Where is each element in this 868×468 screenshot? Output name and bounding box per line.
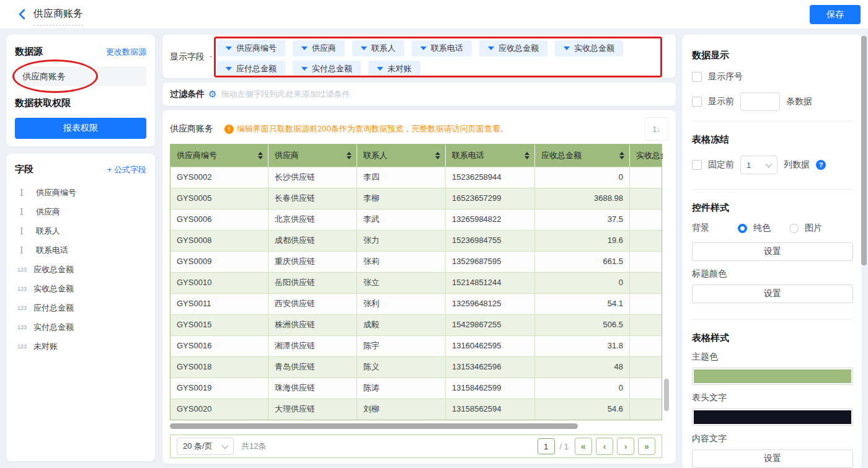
column-header[interactable]: 应收总金额 — [535, 144, 630, 167]
column-header-label: 联系电话 — [452, 150, 484, 161]
display-field-chips: 供应商编号供应商联系人联系电话应收总金额实收总金额应付总金额实付总金额未对账 — [217, 40, 661, 77]
table-cell: 15214851244 — [446, 273, 535, 293]
table-cell — [630, 315, 663, 335]
display-field-chip[interactable]: 应付总金额 — [217, 61, 285, 77]
back-icon[interactable] — [16, 8, 29, 20]
show-index-checkbox[interactable] — [692, 72, 702, 82]
table-cell: GYS0009 — [170, 252, 268, 272]
top-bar: 供应商账务 保存 — [0, 0, 868, 29]
gear-icon[interactable]: ⚙ — [208, 89, 216, 100]
chevron-down-icon — [301, 46, 308, 50]
table-cell: 13153462596 — [446, 357, 535, 377]
column-header[interactable]: 联系电话 — [446, 144, 535, 167]
field-item-label: 应付总金额 — [33, 302, 74, 314]
header-text-color-swatch[interactable] — [692, 408, 853, 426]
pagination-bar: 20 条/页 共12条 / 1 «‹›» — [170, 435, 662, 458]
table-cell: 13160462595 — [446, 336, 535, 356]
field-item[interactable]: I供应商 — [15, 202, 146, 221]
display-fields-label: 显示字段 — [170, 51, 205, 63]
chip-label: 应付总金额 — [236, 63, 277, 74]
drag-hint-dash: - — [210, 51, 212, 61]
title-color-set-button[interactable]: 设置 — [692, 285, 853, 303]
divider — [692, 319, 853, 320]
display-field-chip[interactable]: 实收总金额 — [555, 40, 623, 56]
column-header[interactable]: 供应商 — [268, 144, 357, 167]
column-header[interactable]: 实收总金额 — [630, 144, 663, 167]
freeze-suffix: 列数据 — [784, 159, 810, 170]
table-cell: 成都供应链 — [268, 231, 357, 251]
radio-image[interactable] — [789, 224, 799, 233]
field-item-label: 实付总金额 — [33, 322, 74, 333]
help-icon[interactable]: ? — [816, 160, 826, 170]
table-row: GYS0010岳阳供应链张立152148512440 — [170, 272, 662, 293]
last-page-button[interactable]: » — [638, 438, 655, 455]
table-horizontal-scrollbar[interactable] — [170, 423, 578, 429]
chip-label: 供应商编号 — [236, 43, 277, 54]
table-cell — [630, 294, 663, 314]
field-item[interactable]: I联系电话 — [15, 241, 146, 260]
show-top-checkbox[interactable] — [692, 97, 702, 107]
panel-vertical-scrollbar[interactable] — [861, 36, 867, 265]
field-item[interactable]: 123实付总金额 — [15, 317, 146, 337]
report-permission-button[interactable]: 报表权限 — [15, 118, 146, 139]
display-field-chip[interactable]: 联系电话 — [412, 40, 472, 56]
image-label: 图片 — [805, 223, 822, 234]
number-field-icon: 123 — [17, 267, 33, 273]
table-cell — [630, 399, 663, 420]
theme-color-swatch[interactable] — [692, 368, 853, 385]
table-cell: 长沙供应链 — [268, 167, 357, 188]
field-item[interactable]: I供应商编号 — [15, 183, 146, 202]
table-cell: 54.1 — [535, 294, 630, 314]
filter-card[interactable]: 过滤条件 ⚙ 拖动左侧字段到此处来添加过滤条件 — [162, 82, 676, 106]
chip-label: 联系人 — [371, 43, 396, 54]
save-button[interactable]: 保存 — [810, 5, 861, 24]
add-formula-field-link[interactable]: + 公式字段 — [107, 164, 146, 175]
table-cell: GYS0005 — [170, 188, 268, 209]
freeze-title: 表格冻结 — [692, 134, 853, 146]
table-cell: 661.5 — [535, 252, 630, 272]
table-cell: 506.5 — [535, 315, 630, 335]
prev-page-button[interactable]: ‹ — [596, 438, 613, 455]
field-item[interactable]: 123应付总金额 — [15, 298, 146, 317]
display-field-chip[interactable]: 联系人 — [352, 40, 404, 56]
table-vertical-scrollbar[interactable] — [664, 379, 669, 411]
solid-color-label: 纯色 — [753, 223, 771, 234]
page-size-select[interactable]: 20 条/页 — [177, 438, 234, 455]
display-field-chip[interactable]: 供应商 — [293, 40, 345, 56]
table-cell: 李四 — [357, 167, 446, 188]
field-item[interactable]: 123未对账 — [15, 337, 146, 356]
page-number-input[interactable] — [538, 438, 555, 454]
display-field-chip[interactable]: 供应商编号 — [217, 40, 285, 56]
field-item[interactable]: 123实收总金额 — [15, 279, 146, 298]
chip-label: 未对账 — [388, 63, 412, 74]
sort-config-button[interactable]: 1↓ — [645, 117, 668, 141]
column-header[interactable]: 供应商编号 — [170, 144, 268, 167]
fields-card: 字段 + 公式字段 I供应商编号I供应商I联系人I联系电话123应收总金额123… — [6, 154, 155, 461]
datasource-value: 供应商账务 — [15, 66, 146, 86]
widget-style-title: 控件样式 — [692, 202, 853, 214]
column-header[interactable]: 联系人 — [357, 144, 446, 167]
display-field-chip[interactable]: 实付总金额 — [293, 61, 361, 77]
field-item[interactable]: 123应收总金额 — [15, 260, 146, 279]
preview-warning-text: 编辑界面只取数据源前200条作为查询数据预览，完整数据请访问页面查看。 — [237, 123, 508, 135]
filter-label: 过滤条件 — [170, 89, 205, 100]
freeze-count-select[interactable]: 1 — [740, 156, 777, 174]
table-cell: 张力 — [357, 231, 446, 251]
next-page-button[interactable]: › — [617, 438, 634, 455]
warning-icon: ! — [224, 125, 234, 134]
table-cell: 19.6 — [535, 231, 630, 251]
change-datasource-link[interactable]: 更改数据源 — [106, 46, 146, 58]
display-field-chip[interactable]: 应收总金额 — [479, 40, 547, 56]
field-item[interactable]: I联系人 — [15, 221, 146, 241]
background-set-button[interactable]: 设置 — [692, 242, 853, 261]
freeze-checkbox[interactable] — [692, 160, 702, 170]
table-cell: 0 — [535, 167, 630, 188]
first-page-button[interactable]: « — [575, 438, 592, 455]
top-count-input[interactable] — [740, 92, 780, 111]
table-row: GYS0005长春供应链李柳165236572993688.98 — [170, 188, 662, 209]
display-field-chip[interactable]: 未对账 — [368, 61, 420, 77]
background-label: 背景 — [692, 223, 720, 234]
number-field-icon: 123 — [17, 343, 33, 350]
radio-solid-color[interactable] — [738, 224, 747, 233]
content-text-set-button[interactable]: 设置 — [692, 449, 853, 468]
